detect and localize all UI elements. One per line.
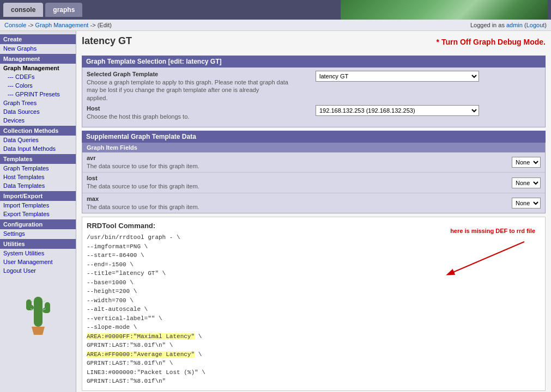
sidebar-item-cdefs[interactable]: --- CDEFs: [0, 72, 76, 81]
template-field-name: Selected Graph Template: [87, 71, 316, 77]
svg-line-10: [448, 242, 524, 274]
host-field-name: Host: [87, 105, 316, 112]
svg-line-7: [43, 301, 46, 302]
host-field-desc: Choose the host this graph belongs to.: [87, 113, 316, 120]
sidebar-utilities-header: Utilities: [0, 239, 76, 249]
svg-marker-5: [32, 327, 45, 335]
host-row: Host Choose the host this graph belongs …: [87, 105, 541, 120]
lost-field-desc: The data source to use for this graph it…: [87, 182, 512, 190]
template-selection-row: Selected Graph Template Choose a graph t…: [87, 71, 541, 102]
graph-template-section: Graph Template Selection [edit: latency …: [82, 56, 546, 127]
max-field-name: max: [87, 195, 512, 202]
sidebar-collection-header: Collection Methods: [0, 126, 76, 136]
svg-rect-0: [34, 297, 43, 327]
lost-field-name: lost: [87, 175, 512, 181]
avr-select[interactable]: None: [512, 157, 541, 168]
template-field-desc: Choose a graph template to apply to this…: [87, 78, 316, 102]
sidebar-item-devices[interactable]: Devices: [0, 116, 76, 125]
svg-rect-4: [45, 302, 50, 313]
sidebar-item-graph-templates[interactable]: Graph Templates: [0, 164, 76, 173]
sidebar-item-logout-user[interactable]: Logout User: [0, 266, 76, 275]
sidebar-item-data-queries[interactable]: Data Queries: [0, 136, 76, 144]
breadcrumb-console[interactable]: Console: [4, 22, 26, 28]
debug-mode-link[interactable]: * Turn Off Graph Debug Mode.: [437, 38, 546, 46]
top-nav: console graphs: [0, 0, 551, 20]
max-field-desc: The data source to use for this graph it…: [87, 203, 512, 211]
sidebar-templates-header: Templates: [0, 154, 76, 164]
sidebar-item-import-templates[interactable]: Import Templates: [0, 201, 76, 210]
cactus-decoration: [0, 275, 76, 346]
sidebar-import-export-header: Import/Export: [0, 191, 76, 201]
sidebar-item-new-graphs[interactable]: New Graphs: [0, 44, 76, 53]
annotation-text: here is missing DEF to rrd file: [426, 228, 535, 234]
sidebar-configuration-header: Configuration: [0, 219, 76, 229]
sidebar-management-header: Management: [0, 54, 76, 64]
sidebar-item-settings[interactable]: Settings: [0, 229, 76, 238]
edit-label: [edit: latency GT]: [168, 58, 222, 65]
sidebar-item-colors[interactable]: --- Colors: [0, 81, 76, 90]
breadcrumb-graph-management[interactable]: Graph Management: [35, 22, 89, 28]
supp-row-avr: avr The data source to use for this grap…: [82, 152, 545, 173]
breadcrumb: Console -> Graph Management -> (Edit) Lo…: [0, 20, 551, 31]
login-info: Logged in as admin (Logout): [470, 22, 547, 28]
page-title: latency GT: [82, 35, 132, 47]
supp-row-max: max The data source to use for this grap…: [82, 193, 545, 213]
sidebar-item-gprint[interactable]: --- GPRINT Presets: [0, 90, 76, 99]
rrd-command-section: RRDTool Command: /usr/bin/rrdtool graph …: [82, 217, 546, 391]
sidebar: Create New Graphs Management Graph Manag…: [0, 31, 76, 392]
sidebar-item-data-templates[interactable]: Data Templates: [0, 181, 76, 190]
sidebar-item-graph-management[interactable]: Graph Management: [0, 64, 76, 72]
sidebar-item-host-templates[interactable]: Host Templates: [0, 173, 76, 181]
lost-select[interactable]: None: [512, 177, 541, 188]
sidebar-item-system-utilities[interactable]: System Utilities: [0, 249, 76, 258]
breadcrumb-edit: (Edit): [98, 22, 112, 28]
logo-banner: [341, 0, 548, 20]
console-tab[interactable]: console: [3, 3, 43, 17]
sidebar-item-data-sources[interactable]: Data Sources: [0, 107, 76, 116]
host-select[interactable]: 192.168.132.253 (192.168.132.253): [316, 105, 479, 116]
supplemental-section: Supplemental Graph Template Data Graph I…: [82, 131, 546, 213]
avr-field-name: avr: [87, 155, 512, 161]
template-select[interactable]: latency GT: [316, 71, 479, 82]
supplemental-body: Graph Item Fields avr The data source to…: [82, 143, 546, 213]
sidebar-item-export-templates[interactable]: Export Templates: [0, 210, 76, 218]
section-body-template: Selected Graph Template Choose a graph t…: [82, 68, 546, 127]
sidebar-item-user-management[interactable]: User Management: [0, 258, 76, 266]
max-select[interactable]: None: [512, 198, 541, 209]
avr-field-desc: The data source to use for this graph it…: [87, 162, 512, 170]
logout-link[interactable]: Logout: [526, 22, 545, 28]
supplemental-header: Supplemental Graph Template Data: [82, 131, 546, 143]
username-link[interactable]: admin: [506, 22, 523, 28]
supplemental-subheader: Graph Item Fields: [82, 143, 545, 152]
sidebar-item-data-input[interactable]: Data Input Methods: [0, 144, 76, 153]
sidebar-item-graph-trees[interactable]: Graph Trees: [0, 99, 76, 107]
supp-row-lost: lost The data source to use for this gra…: [82, 173, 545, 193]
main-content: latency GT * Turn Off Graph Debug Mode. …: [76, 31, 551, 392]
sidebar-create-header: Create: [0, 34, 76, 44]
graphs-tab[interactable]: graphs: [45, 3, 82, 17]
section-header-template: Graph Template Selection [edit: latency …: [82, 56, 546, 68]
